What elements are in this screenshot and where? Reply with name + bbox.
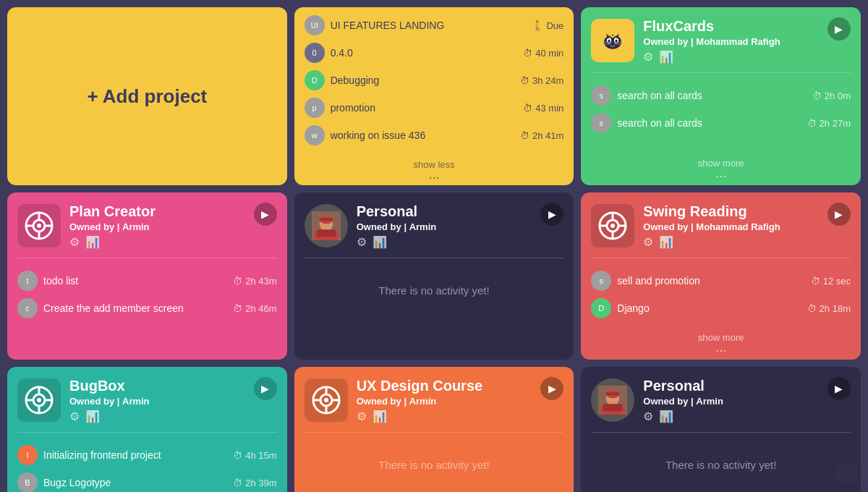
activity-time: ⏱ 4h 15m — [233, 450, 276, 461]
activity-time: ⏱ 2h 43m — [233, 276, 276, 287]
circle-p-icon — [25, 211, 54, 240]
timer-card: UI UI FEATURES LANDING 🚶 Due 0 0.4.0 ⏱ 4… — [294, 7, 574, 185]
divider — [591, 258, 851, 258]
cat-icon — [598, 26, 627, 55]
activity-time: ⏱ 12 sec — [811, 276, 851, 287]
show-less-button[interactable]: show less ... › — [294, 153, 574, 185]
play-button[interactable]: ▶ — [827, 377, 851, 400]
list-item: s search on all cards ⏱ 2h 0m — [591, 82, 851, 109]
card-logo — [591, 378, 634, 422]
fluxcards-card: FluxCards Owned by | Mohammad Rafigh ⚙ 📊… — [581, 7, 861, 185]
card-title-block: Swing Reading Owned by | Mohammad Rafigh… — [643, 203, 851, 249]
card-owner: Owned by | Armin — [69, 221, 277, 232]
chart-icon[interactable]: 📊 — [659, 410, 673, 423]
card-title: FluxCards — [643, 17, 851, 35]
activity-time: ⏱ 40 min — [523, 48, 563, 59]
clock-icon: ⏱ — [233, 450, 242, 461]
activity-time: ⏱ 2h 18m — [807, 303, 851, 314]
show-more-button[interactable]: show more ... — [581, 326, 861, 360]
activity-list: t todo list ⏱ 2h 43m c Create the add me… — [7, 263, 287, 360]
avatar: s — [591, 85, 611, 106]
chart-icon[interactable]: 📊 — [85, 410, 100, 423]
avatar: s — [591, 271, 611, 291]
card-owner: Owned by | Mohammad Rafigh — [643, 221, 851, 232]
card-owner: Owned by | Armin — [357, 396, 564, 407]
card-owner: Owned by | Armin — [357, 221, 564, 232]
list-item: B Bugz Logotype ⏱ 2h 39m — [17, 469, 277, 492]
no-activity-message: There is no activity yet! — [294, 263, 574, 318]
card-icon-row: ⚙ 📊 — [643, 50, 851, 64]
activity-name: working on issue 436 — [331, 130, 520, 141]
walk-icon: 🚶 — [532, 20, 543, 31]
activity-name: Create the add member screen — [43, 302, 233, 314]
activity-time: ⏱ 2h 46m — [233, 303, 276, 314]
gear-icon[interactable]: ⚙ — [643, 410, 653, 423]
activity-name: search on all cards — [617, 90, 812, 101]
card-owner: Owned by | Mohammad Rafigh — [643, 36, 851, 47]
swing-reading-card: Swing Reading Owned by | Mohammad Rafigh… — [581, 192, 861, 360]
chart-icon[interactable]: 📊 — [373, 235, 387, 249]
activity-name: 0.4.0 — [331, 47, 524, 59]
card-logo — [591, 204, 634, 247]
gear-icon[interactable]: ⚙ — [357, 235, 367, 249]
activity-name: promotion — [331, 102, 524, 114]
activity-name: sell and promotion — [617, 275, 810, 287]
list-item: t todo list ⏱ 2h 43m — [17, 267, 277, 294]
avatar: 0 — [305, 43, 325, 63]
chart-icon[interactable]: 📊 — [373, 410, 387, 423]
avatar: p — [305, 98, 325, 118]
dots-label: ... — [715, 340, 726, 355]
project-grid: + Add project UI UI FEATURES LANDING 🚶 D… — [7, 7, 861, 492]
card-header: UX Design Course Owned by | Armin ⚙ 📊 ▶ — [294, 367, 574, 428]
chart-icon[interactable]: 📊 — [659, 50, 673, 64]
activity-time: ⏱ 43 min — [523, 103, 563, 114]
clock-icon: ⏱ — [233, 478, 242, 488]
gear-icon[interactable]: ⚙ — [643, 235, 653, 249]
gear-icon[interactable]: ⚙ — [357, 410, 367, 423]
play-button[interactable]: ▶ — [827, 17, 851, 41]
play-button[interactable]: ▶ — [254, 377, 277, 400]
card-icon-row: ⚙ 📊 — [643, 410, 851, 423]
card-title-block: Personal Owned by | Armin ⚙ 📊 — [357, 203, 564, 249]
plan-creator-card: Plan Creator Owned by | Armin ⚙ 📊 ▶ t to… — [7, 192, 287, 360]
avatar: t — [17, 271, 38, 291]
gear-icon[interactable]: ⚙ — [69, 235, 80, 249]
svg-rect-20 — [316, 229, 336, 237]
activity-name: todo list — [43, 275, 233, 287]
list-item: p promotion ⏱ 43 min — [305, 94, 564, 122]
add-project-card[interactable]: + Add project — [7, 7, 287, 185]
play-button[interactable]: ▶ — [254, 203, 277, 226]
add-project-label: + Add project — [87, 85, 207, 108]
list-item: D Debugging ⏱ 3h 24m — [305, 67, 564, 94]
list-item: 0 0.4.0 ⏱ 40 min — [305, 39, 564, 67]
activity-list: s sell and promotion ⏱ 12 sec D Django ⏱… — [581, 263, 861, 326]
show-more-button[interactable]: show more ... — [581, 152, 861, 185]
list-item: I Initializing frontend project ⏱ 4h 15m — [17, 441, 277, 469]
activity-name: search on all cards — [617, 117, 807, 129]
card-header: Swing Reading Owned by | Mohammad Rafigh… — [581, 192, 861, 253]
play-button[interactable]: ▶ — [827, 203, 851, 226]
divider — [591, 72, 851, 73]
gear-icon[interactable]: ⚙ — [69, 410, 80, 423]
svg-point-12 — [37, 224, 41, 228]
avatar: I — [17, 445, 38, 465]
list-item: s search on all cards ⏱ 2h 27m — [591, 109, 851, 137]
divider — [591, 432, 851, 433]
no-activity-message: There is no activity yet! — [294, 437, 574, 492]
clock-icon: ⏱ — [812, 90, 822, 101]
card-icon-row: ⚙ 📊 — [357, 410, 564, 423]
list-item: UI UI FEATURES LANDING 🚶 Due — [305, 12, 564, 39]
list-item: s sell and promotion ⏱ 12 sec — [591, 267, 851, 294]
gear-icon[interactable]: ⚙ — [643, 50, 653, 64]
chart-icon[interactable]: 📊 — [659, 235, 673, 249]
activity-time: ⏱ 2h 41m — [520, 130, 563, 141]
card-title-block: FluxCards Owned by | Mohammad Rafigh ⚙ 📊 — [643, 17, 851, 64]
card-owner: Owned by | Armin — [643, 396, 851, 407]
avatar: UI — [305, 15, 325, 35]
list-item: D Django ⏱ 2h 18m — [591, 294, 851, 322]
avatar: c — [17, 298, 38, 318]
card-icon-row: ⚙ 📊 — [643, 235, 851, 249]
card-logo — [305, 204, 348, 247]
chart-icon[interactable]: 📊 — [85, 235, 100, 249]
clock-icon: ⏱ — [233, 276, 242, 287]
